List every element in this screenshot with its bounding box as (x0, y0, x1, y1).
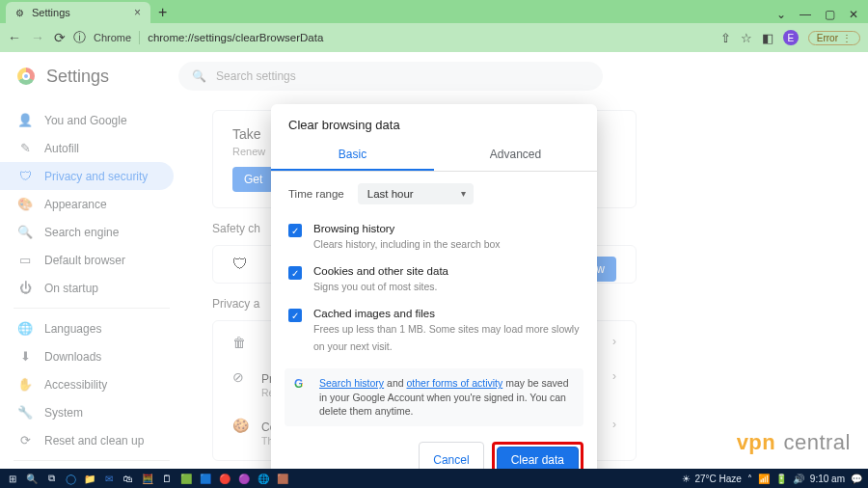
wifi-icon[interactable]: 📶 (758, 474, 770, 484)
new-tab-button[interactable]: + (158, 4, 167, 21)
window-titlebar: ⚙ Settings × + ⌄ — ▢ ✕ (0, 0, 868, 23)
share-icon[interactable]: ⇧ (720, 31, 731, 45)
maximize-button[interactable]: ▢ (825, 8, 835, 21)
forward-button[interactable]: → (31, 30, 44, 45)
extensions-icon[interactable]: ◧ (762, 31, 773, 45)
google-activity-info: G Search history and other forms of acti… (285, 368, 583, 426)
check-cache[interactable]: ✓ Cached images and filesFrees up less t… (271, 301, 597, 361)
address-bar[interactable]: chrome://settings/clearBrowserData (148, 32, 323, 43)
taskbar-app[interactable]: 📁 (83, 472, 96, 485)
checkbox-checked-icon[interactable]: ✓ (288, 224, 302, 237)
time-range-select[interactable]: Last hour (358, 183, 474, 204)
taskbar-app[interactable]: ◯ (64, 472, 77, 485)
clock[interactable]: 9:10 am (810, 474, 845, 484)
close-window-button[interactable]: ✕ (849, 8, 858, 21)
start-button[interactable]: ⊞ (6, 472, 19, 485)
reload-button[interactable]: ⟳ (54, 30, 66, 45)
checkbox-checked-icon[interactable]: ✓ (288, 309, 302, 322)
taskbar-app[interactable]: 🟣 (237, 472, 251, 485)
bookmark-icon[interactable]: ☆ (741, 31, 752, 45)
divider (139, 31, 140, 44)
clear-browsing-data-dialog: Clear browsing data Basic Advanced Time … (271, 104, 597, 488)
taskbar-app[interactable]: 🟫 (276, 472, 289, 485)
taskbar-app[interactable]: 🗒 (160, 472, 174, 485)
checkbox-checked-icon[interactable]: ✓ (288, 266, 302, 280)
battery-icon[interactable]: 🔋 (775, 474, 787, 484)
taskbar-app[interactable]: 🔴 (218, 472, 231, 485)
taskbar-app[interactable]: 🟦 (199, 472, 212, 485)
minimize-button[interactable]: — (800, 8, 811, 21)
dialog-title: Clear browsing data (271, 118, 597, 140)
volume-icon[interactable]: 🔊 (793, 474, 804, 484)
profile-avatar[interactable]: E (783, 30, 799, 45)
taskbar-app[interactable]: 🟩 (179, 472, 193, 485)
weather-widget[interactable]: ☀ 27°C Haze (682, 474, 741, 484)
back-button[interactable]: ← (8, 30, 21, 45)
notifications-icon[interactable]: 💬 (851, 474, 862, 484)
tab-basic[interactable]: Basic (271, 140, 434, 171)
tab-advanced[interactable]: Advanced (434, 140, 597, 171)
chevron-down-icon[interactable]: ⌄ (776, 8, 786, 21)
origin-chip: Chrome (94, 32, 131, 43)
taskbar-app[interactable]: 🧮 (141, 472, 154, 485)
windows-taskbar: ⊞ 🔍 ⧉ ◯ 📁 ✉ 🛍 🧮 🗒 🟩 🟦 🔴 🟣 🌐 🟫 ☀ 27°C Haz… (0, 469, 868, 488)
time-range-label: Time range (288, 188, 344, 200)
error-badge[interactable]: Error⋮ (808, 31, 860, 45)
check-browsing-history[interactable]: ✓ Browsing historyClears history, includ… (271, 216, 597, 258)
tray-chevron-icon[interactable]: ˄ (747, 474, 752, 484)
taskbar-search-icon[interactable]: 🔍 (25, 472, 39, 485)
close-tab-icon[interactable]: × (134, 6, 141, 19)
dialog-tabs: Basic Advanced (271, 140, 597, 172)
task-view-icon[interactable]: ⧉ (44, 472, 58, 485)
google-logo-icon: G (294, 376, 310, 392)
search-history-link[interactable]: Search history (319, 377, 384, 389)
site-info-icon[interactable]: ⓘ (73, 29, 86, 46)
taskbar-app[interactable]: 🛍 (122, 472, 135, 485)
taskbar-app[interactable]: ✉ (102, 472, 116, 485)
toolbar: ← → ⟳ ⓘ Chrome chrome://settings/clearBr… (0, 23, 868, 52)
browser-tab[interactable]: ⚙ Settings × (6, 2, 150, 23)
check-cookies[interactable]: ✓ Cookies and other site dataSigns you o… (271, 258, 597, 301)
taskbar-app[interactable]: 🌐 (257, 472, 270, 485)
tab-title: Settings (32, 7, 70, 18)
gear-icon: ⚙ (15, 8, 24, 18)
other-activity-link[interactable]: other forms of activity (406, 377, 502, 389)
watermark: vpn•central (737, 430, 851, 455)
